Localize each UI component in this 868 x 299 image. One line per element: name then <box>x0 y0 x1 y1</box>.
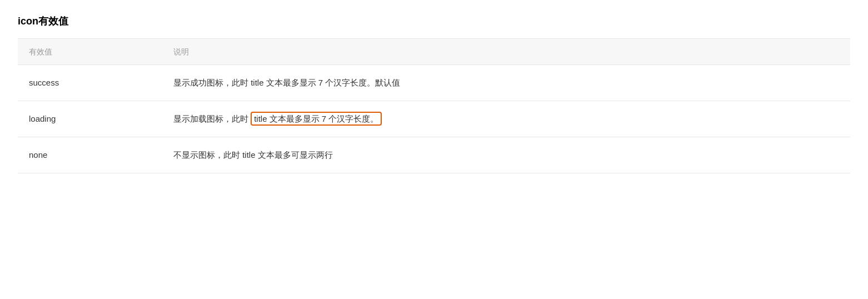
header-desc: 说明 <box>162 38 850 64</box>
table-row: success 显示成功图标，此时 title 文本最多显示 7 个汉字长度。默… <box>18 65 850 101</box>
header-value: 有效值 <box>18 38 162 64</box>
table-row: none 不显示图标，此时 title 文本最多可显示两行 <box>18 137 850 173</box>
desc-highlighted-loading: title 文本最多显示 7 个汉字长度。 <box>251 112 382 126</box>
icon-values-table: 有效值 说明 success 显示成功图标，此时 title 文本最多显示 7 … <box>18 38 850 173</box>
row-desc-none: 不显示图标，此时 title 文本最多可显示两行 <box>162 137 850 173</box>
row-desc-loading: 显示加载图标，此时 title 文本最多显示 7 个汉字长度。 <box>162 101 850 137</box>
desc-before-loading: 显示加载图标，此时 <box>173 114 251 123</box>
row-value-success: success <box>18 65 162 101</box>
table-header-row: 有效值 说明 <box>18 38 850 64</box>
section-title: icon有效值 <box>18 13 850 29</box>
row-desc-success: 显示成功图标，此时 title 文本最多显示 7 个汉字长度。默认值 <box>162 65 850 101</box>
page-container: icon有效值 有效值 说明 success 显示成功图标，此时 title 文… <box>0 0 868 299</box>
table-row: loading 显示加载图标，此时 title 文本最多显示 7 个汉字长度。 <box>18 101 850 137</box>
row-value-none: none <box>18 137 162 173</box>
row-value-loading: loading <box>18 101 162 137</box>
